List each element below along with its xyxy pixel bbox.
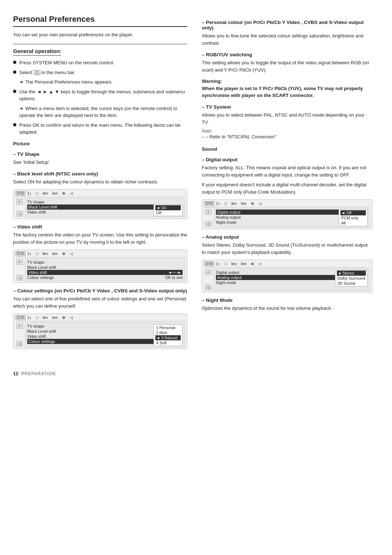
dvd-screen-ao: + ◁ Digital output Analog output Night m… bbox=[204, 269, 370, 291]
colour-settings-title: – Colour settings (on Pr/Cr Pb/Cb Y Vide… bbox=[13, 288, 187, 293]
dvd-dropdown-row: 2 Rich bbox=[155, 330, 181, 335]
dvd-screen-do: + ◁ Digital output Analog output Night m… bbox=[204, 208, 370, 227]
dvd-menu-content-do: Digital output Analog output Night mode … bbox=[216, 210, 368, 226]
bullet-icon bbox=[13, 70, 16, 74]
dvd-menu-row: TV shape bbox=[27, 260, 183, 265]
dvd-menu-left-do: Digital output Analog output Night mode bbox=[216, 210, 339, 226]
dvd-icon-box-bottom: ◁ bbox=[16, 211, 23, 216]
dvd-left-icons-do: + ◁ bbox=[204, 208, 212, 227]
black-level-text: Select ON for adapting the colour dynami… bbox=[13, 178, 187, 186]
dvd-dropdown-do: ◄ Off PCM only All bbox=[339, 210, 368, 226]
dvd-icon-box-top-do: + bbox=[205, 209, 212, 215]
dvd-menu-right-do: ◄ Off PCM only All bbox=[339, 210, 368, 226]
page-title: Personal Preferences bbox=[13, 15, 187, 27]
general-operation-title: General operation: bbox=[13, 48, 61, 56]
digital-output-title: – Digital output bbox=[202, 157, 372, 162]
dvd-label-do: DVD bbox=[204, 201, 214, 206]
general-rule bbox=[13, 44, 187, 44]
dvd-screen-3: + ◁ TV shape Black Level shift Video shi… bbox=[16, 323, 185, 347]
dvd-bar-items-2: 1↕ □ len len ⊕ ◁ bbox=[27, 251, 73, 256]
dvd-dropdown-row-dolby: Dolby Surround bbox=[337, 276, 366, 281]
dvd-left-icons-3: + ◁ bbox=[16, 323, 24, 347]
dvd-icon-box-bottom-2: ◁ bbox=[16, 275, 23, 280]
dvd-menu-left: TV shape Black Level shift Video shift bbox=[27, 199, 154, 216]
sound-title: Sound bbox=[202, 146, 372, 152]
personal-colour-text: Allows you to fine-tune the selected col… bbox=[202, 32, 372, 47]
dvd-left-icons-2: + ◁ bbox=[16, 259, 24, 281]
digital-output-text1: Factory setting: ALL. This means coaxial… bbox=[202, 164, 372, 179]
dvd-icon-box-top-3: + bbox=[16, 323, 23, 329]
rgb-yuv-title: – RGB/YUV switching bbox=[202, 52, 372, 57]
dvd-dropdown-row-all: All bbox=[340, 220, 366, 226]
dvd-icon-box-top: + bbox=[16, 199, 23, 204]
dvd-icon-box-top-2: + bbox=[16, 259, 23, 265]
dvd-menu-ao: Digital output Analog output Night mode … bbox=[214, 269, 370, 291]
list-item: ➜ When a menu item is selected, the curs… bbox=[13, 105, 187, 119]
dvd-ui-analog-output: DVD 1↕ □ len len ⊕ ◁ + ◁ bbox=[202, 260, 372, 292]
dvd-menu-row-ao: Digital output bbox=[216, 270, 335, 275]
dvd-menu-content-ao: Digital output Analog output Night mode … bbox=[216, 270, 368, 287]
dvd-ui-colour-settings: DVD 1↕ □ len len ⊕ ◁ + ◁ bbox=[13, 313, 187, 349]
dvd-ui-digital-output: DVD 1↕ □ len len ⊕ ◁ + ◁ bbox=[202, 199, 372, 229]
page-footer: 12 Preparation bbox=[0, 368, 392, 379]
list-item: ➜ The Personal Preferences menu appears. bbox=[13, 78, 187, 86]
dvd-top-bar-3: DVD 1↕ □ len len ⊕ ◁ bbox=[16, 315, 185, 321]
tv-system-note-text: – – Refer to "NTSC/PAL Conversion". bbox=[202, 134, 372, 141]
dvd-menu-row: TV shape bbox=[27, 199, 154, 204]
footer-page-number: 12 bbox=[13, 371, 18, 376]
dvd-menu-row-selected: Black Level shift bbox=[27, 204, 154, 210]
dvd-bar-items: 1↕ □ len len ⊕ ◁ bbox=[27, 191, 73, 196]
dvd-top-bar-do: DVD 1↕ □ len len ⊕ ◁ bbox=[204, 201, 370, 207]
analog-output-title: – Analog output bbox=[202, 234, 372, 240]
digital-output-text2: If your equipment doesn't include a digi… bbox=[202, 181, 372, 196]
dvd-dropdown-ao: ◄ Stereo Dolby Surround 3D Sound bbox=[335, 270, 368, 287]
dvd-dropdown-row-on: ◄ On bbox=[155, 205, 181, 210]
dvd-menu-right: ◄ On Off bbox=[154, 199, 183, 216]
dvd-left-icons-ao: + ◁ bbox=[204, 269, 212, 291]
dvd-dropdown-row-selected: ◄ 3 Natural bbox=[155, 335, 181, 340]
bullet-icon bbox=[13, 123, 16, 126]
night-mode-text: Optimizes the dynamics of the sound for … bbox=[202, 305, 372, 312]
dvd-menu-row: Video shift bbox=[27, 210, 154, 215]
list-item: Use the ◄ ► ▲ ▼ keys to toggle through t… bbox=[13, 88, 187, 102]
dvd-menu-row: Colour settings OK to exit bbox=[27, 275, 183, 280]
dvd-menu-right-ao: ◄ Stereo Dolby Surround 3D Sound bbox=[335, 270, 368, 287]
tv-system-note-label: Note: bbox=[202, 129, 372, 134]
video-shift-text: The factory centres the video on your TV… bbox=[13, 231, 187, 246]
page-content: Personal Preferences You can set your ow… bbox=[0, 0, 392, 368]
tv-system-text: Allows you to select between PAL, NTSC a… bbox=[202, 112, 372, 126]
rgb-yuv-text: This setting allows you to toggle the ou… bbox=[202, 59, 372, 74]
dvd-bar-items-ao: 1↕ □ len len ⊕ ◁ bbox=[216, 262, 261, 266]
tv-system-title: – TV System bbox=[202, 104, 372, 110]
list-item: Select ☷ in the menu bar. bbox=[13, 69, 187, 76]
analog-output-text: Select Stereo, Dolby Surround, 3D Sound … bbox=[202, 242, 372, 256]
dvd-dropdown-row: 1 Personal bbox=[155, 325, 181, 330]
dvd-dropdown-row-off: ◄ Off bbox=[340, 210, 366, 215]
dvd-menu-right-colour: 1 Personal 2 Rich ◄ 3 Natural 4 Soft bbox=[154, 324, 183, 346]
tv-shape-title: – TV Shape bbox=[13, 151, 187, 157]
dvd-menu-row-selected: Video shift ◄──► bbox=[27, 270, 183, 275]
dvd-dropdown-row-3d: 3D Sound bbox=[337, 281, 366, 286]
night-mode-title: – Night Mode bbox=[202, 297, 372, 303]
list-item: Press OK to confirm and return to the ma… bbox=[13, 122, 187, 136]
right-column: – Personal colour (on Pr/Cr Pb/Cb Y Vide… bbox=[198, 15, 372, 353]
dvd-icon-box-top-ao: + bbox=[205, 270, 212, 275]
dvd-dropdown-row-pcm: PCM only bbox=[340, 215, 366, 220]
dvd-dropdown: ◄ On Off bbox=[154, 204, 183, 216]
dvd-menu-content: TV shape Black Level shift Video shift ◄… bbox=[27, 199, 183, 216]
dvd-menu-left-ao: Digital output Analog output Night mode bbox=[216, 270, 335, 287]
picture-title: Picture bbox=[13, 141, 187, 146]
left-column: Personal Preferences You can set your ow… bbox=[13, 15, 187, 353]
bullet-icon bbox=[13, 90, 16, 93]
dvd-menu-black-level: TV shape Black Level shift Video shift ◄… bbox=[25, 198, 185, 217]
warning-title: Warning: bbox=[202, 78, 372, 84]
dvd-menu-row: Video shift bbox=[27, 334, 154, 339]
dvd-menu-video-shift: TV shape Black Level shift Video shift ◄… bbox=[25, 259, 185, 281]
dvd-menu-row-ao: Night mode bbox=[216, 280, 335, 285]
personal-colour-title: – Personal colour (on Pr/Cr Pb/Cb Y Vide… bbox=[202, 20, 372, 31]
dvd-icon-box-bottom-do: ◁ bbox=[205, 221, 212, 227]
footer-section: Preparation bbox=[21, 371, 56, 376]
dvd-menu-row: TV shape bbox=[27, 324, 154, 329]
intro-text: You can set your own personal preference… bbox=[13, 32, 187, 37]
dvd-icon-box-bottom-3: ◁ bbox=[16, 341, 23, 347]
